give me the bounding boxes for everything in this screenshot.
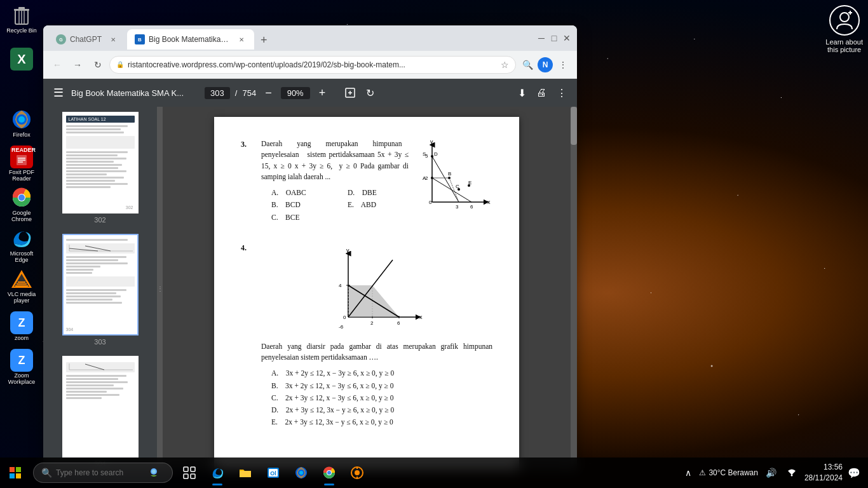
new-tab-button[interactable]: + [255,31,273,50]
weather-temp: 30°C Berawan [709,468,758,477]
taskbar-search-img [147,466,160,479]
fit-page-button[interactable] [342,85,358,101]
taskbar-file-explorer[interactable] [231,459,259,487]
sidebar-item-recycle-bin[interactable]: Recycle Bin [3,0,41,38]
maximize-button[interactable]: □ [549,33,559,43]
pdf-thumb-304[interactable]: 304 [46,356,154,468]
url-text: ristantocreative.wordpress.com/wp-conten… [128,60,497,69]
weather-widget[interactable]: ⚠ 30°C Berawan [699,468,758,477]
chrome-tabs-area: G ChatGPT ✕ B Big Book Matematika SMA Ke… [43,29,536,50]
q4-option-e: E. 2x + 3y ≤ 12, 3x − y ≤ 6, x ≥ 0, y ≥ … [271,417,492,428]
recycle-bin-label: Recycle Bin [6,28,37,34]
chrome-window: G ChatGPT ✕ B Big Book Matematika SMA Ke… [43,25,577,470]
q3-num: 3. [241,139,260,224]
time-date-display[interactable]: 13:56 28/11/2024 [804,462,843,484]
pdf-menu-button[interactable]: ☰ [51,83,66,102]
widget-label: Learn aboutthis picture [825,38,863,53]
pdf-total-pages: 754 [242,88,256,98]
svg-line-57 [432,156,459,202]
taskbar-chrome-app[interactable] [315,459,343,487]
search-toolbar-button[interactable]: 🔍 [519,56,536,74]
zoom-input[interactable] [281,87,310,99]
svg-rect-22 [18,281,25,283]
start-button[interactable] [0,458,31,488]
system-tray-expand[interactable]: ∧ [682,465,694,480]
tab-big-book-close[interactable]: ✕ [236,34,247,44]
zoom-workplace-label: ZoomWorkplace [8,373,35,386]
print-button[interactable]: 🖨 [534,85,549,101]
firefox-icon [10,108,33,131]
svg-line-36 [85,364,104,370]
taskbar-search-input[interactable] [56,468,145,477]
svg-point-103 [790,474,792,476]
date-display: 28/11/2024 [804,473,843,484]
person-icon [829,5,860,36]
svg-text:2: 2 [425,175,428,181]
taskbar-edge-app[interactable] [203,459,231,487]
pdf-thumb-303-num: 303 [94,338,105,346]
sidebar-item-google-chrome[interactable]: GoogleChrome [3,186,41,224]
q3-option-b: B. BCD [271,200,322,210]
notification-button[interactable]: 💬 [848,467,860,479]
reload-button[interactable]: ↻ [89,56,107,74]
chrome-active-indicator [324,484,334,485]
sidebar-item-zoom-workplace[interactable]: Z ZoomWorkplace [3,348,41,386]
forward-button[interactable]: → [69,56,86,74]
svg-point-19 [18,194,25,201]
tab-chatgpt-title: ChatGPT [70,35,102,44]
close-button[interactable]: ✕ [562,33,572,43]
q4-num: 4. [241,242,260,430]
download-button[interactable]: ⬇ [515,85,529,102]
scrollbar-thumb[interactable] [571,107,577,145]
more-pdf-options[interactable]: ⋮ [554,85,569,102]
tab-chatgpt-close[interactable]: ✕ [108,34,118,44]
zoom-in-button[interactable]: + [315,85,330,101]
profile-button[interactable]: N [538,57,553,72]
volume-icon[interactable]: 🔊 [763,465,779,480]
tab-big-book[interactable]: B Big Book Matematika SMA Kel... ✕ [127,29,254,50]
taskbar-search-bar[interactable]: 🔍 [33,463,173,483]
pdf-thumb-302[interactable]: LATIHAN SOAL 12 [46,112,154,224]
q4-text: Daerah yang diarsir pada gambar di atas … [261,341,492,363]
svg-rect-85 [191,467,195,471]
pdf-thumb-303[interactable]: 304 303 [46,234,154,346]
tab-chatgpt[interactable]: G ChatGPT ✕ [48,29,126,50]
pdf-page-input[interactable] [205,87,230,99]
q4-options: A. 3x + 2y ≤ 12, x − 3y ≥ 6, x ≥ 0, y ≥ … [271,368,492,428]
address-bar[interactable]: 🔒 ristantocreative.wordpress.com/wp-cont… [109,56,516,74]
taskbar-vpn-app[interactable] [343,459,371,487]
pdf-main-page[interactable]: 3. [163,107,571,470]
sidebar-item-edge[interactable]: MicrosoftEdge [3,226,41,264]
zoom-out-button[interactable]: − [261,85,276,101]
svg-rect-78 [10,467,15,472]
learn-about-picture-widget[interactable]: Learn aboutthis picture [825,5,863,53]
svg-text:4: 4 [339,283,342,288]
sidebar-resize-handle[interactable]: ⋮ [158,107,163,470]
pdf-vertical-scrollbar[interactable] [571,107,577,470]
taskbar-outlook[interactable]: Ol [259,459,287,487]
sidebar-item-vlc[interactable]: VLC mediaplayer [3,267,41,305]
chatgpt-favicon: G [56,34,66,44]
sidebar-item-foxit[interactable]: READER Foxit PDFReader [3,145,41,183]
svg-rect-84 [184,467,188,471]
svg-rect-81 [16,473,21,478]
bookmark-icon[interactable]: ☆ [501,60,509,70]
more-options-button[interactable]: ⋮ [554,56,572,74]
network-icon[interactable] [784,464,799,482]
svg-rect-87 [191,474,195,478]
svg-text:2: 2 [370,320,374,326]
svg-point-52 [458,188,460,191]
taskbar-task-view[interactable] [175,459,203,487]
sidebar-item-zoom[interactable]: Z zoom [3,308,41,346]
svg-text:0: 0 [429,200,432,205]
sidebar-item-firefox[interactable]: Firefox [3,104,41,142]
edge-label: MicrosoftEdge [10,251,34,264]
sidebar-item-excel[interactable]: X [3,41,41,79]
rotate-button[interactable]: ↻ [363,85,377,102]
taskbar-firefox-app[interactable] [287,459,315,487]
minimize-button[interactable]: ─ [536,33,546,43]
pdf-thumb-304-img [62,356,139,458]
back-button[interactable]: ← [48,56,66,74]
question-3-block: 3. [240,137,494,226]
svg-point-100 [355,470,360,475]
